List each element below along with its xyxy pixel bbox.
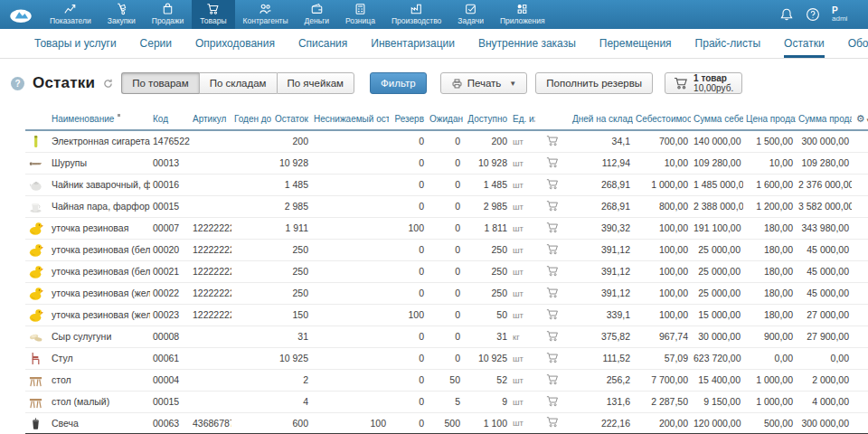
column-header-code[interactable]: Код <box>150 110 190 130</box>
view-tab[interactable]: По ячейкам <box>277 72 354 94</box>
table-row[interactable]: уточка резиновая (белая, большая)0002012… <box>25 239 868 260</box>
topnav-item-goods[interactable]: Товары <box>192 0 234 29</box>
topnav-item-apps[interactable]: Приложения <box>492 0 553 29</box>
table-row[interactable]: стол (малый)000154059шт131,62 287,509 15… <box>25 391 868 412</box>
row-end-spacer <box>852 412 868 434</box>
table-row[interactable]: Чайник заварочный, фарфор000161 485001 4… <box>25 174 868 195</box>
topnav-item-label: Деньги <box>305 16 329 25</box>
section-tabs: Товары и услугиСерииОприходованияСписани… <box>0 29 868 59</box>
subnav-tab[interactable]: Списания <box>287 29 359 58</box>
product-image-cell <box>25 304 49 326</box>
cart-icon[interactable] <box>546 181 559 192</box>
topnav-item-retail[interactable]: Розница <box>337 0 383 29</box>
cell-article <box>190 326 231 347</box>
replenish-reserves-button[interactable]: Пополнить резервы <box>535 72 653 94</box>
column-header-reserve[interactable]: Резерв <box>389 110 427 130</box>
cart-icon[interactable] <box>546 333 559 344</box>
cell-min_stock <box>311 130 389 152</box>
topnav-item-metrics[interactable]: Показатели <box>42 0 99 29</box>
topnav-item-production[interactable]: Производство <box>383 0 449 29</box>
cell-expiry <box>231 260 271 282</box>
topnav-item-contractors[interactable]: Контрагенты <box>235 0 297 29</box>
cell-waiting: 0 <box>427 239 463 260</box>
column-header-name[interactable]: Наименование <box>49 110 150 130</box>
topnav-item-purchases[interactable]: Закупки <box>99 0 144 29</box>
cell-days: 391,12 <box>570 282 633 304</box>
duck-icon <box>28 264 46 279</box>
cart-icon[interactable] <box>546 246 559 257</box>
column-header-price[interactable]: Цена продажи <box>743 110 796 130</box>
cell-cost: 967,74 <box>633 326 691 347</box>
view-tab[interactable]: По складам <box>199 72 277 94</box>
table-row[interactable]: Сыр сулугуни00008310031кг375,82967,7430 … <box>25 326 868 347</box>
subnav-tab[interactable]: Инвентаризации <box>359 29 467 58</box>
cell-min_stock <box>311 217 389 239</box>
table-row[interactable]: уточка резиновая (желтая, маленькая)0002… <box>25 304 868 326</box>
page-help-icon[interactable]: ? <box>11 77 24 90</box>
column-header-expiry[interactable]: Годен до <box>231 110 271 130</box>
table-row[interactable]: Чайная пара, фарфор000152 985002 985шт26… <box>25 195 868 217</box>
subnav-tab[interactable]: Оприходования <box>184 29 287 58</box>
subnav-tab[interactable]: Серии <box>128 29 184 58</box>
cell-price: 1 600,00 <box>743 174 796 195</box>
subnav-tab[interactable]: Прайс-листы <box>684 29 773 58</box>
product-image-cell <box>25 391 49 412</box>
cart-icon[interactable] <box>546 159 559 170</box>
cell-name: Электронная сигарета одноразовая <box>49 130 150 152</box>
subnav-tab[interactable]: Перемещения <box>588 29 684 58</box>
cell-code: 1476522528 <box>150 130 190 152</box>
topnav-item-sales[interactable]: Продажи <box>144 0 193 29</box>
user-account[interactable]: P admi <box>832 5 868 24</box>
table-row[interactable]: Стул0006110 9250010 925шт111,5257,09623 … <box>25 347 868 369</box>
filter-button[interactable]: Фильтр <box>370 72 427 94</box>
cell-sale_sum: 343 980,00 <box>796 217 852 239</box>
subnav-tab[interactable]: Внутренние заказы <box>467 29 588 58</box>
refresh-icon[interactable] <box>103 79 113 89</box>
cart-icon[interactable] <box>546 203 559 213</box>
table-row[interactable]: Свеча00063436867876660010005001 100шт222… <box>25 412 868 434</box>
table-row[interactable]: Шурупы0001310 9280010 928шт112,9410,0010… <box>25 152 868 174</box>
cart-icon[interactable] <box>546 224 559 235</box>
column-header-waiting[interactable]: Ожидание <box>427 110 463 130</box>
column-header-cost[interactable]: Себестоимость <box>633 110 691 130</box>
table-row[interactable]: Электронная сигарета одноразовая14765225… <box>25 130 868 152</box>
cart-icon[interactable] <box>546 419 559 429</box>
table-row[interactable]: уточка резиновая (желтая, большая)000221… <box>25 282 868 304</box>
table-row[interactable]: стол00004205052шт256,27 700,0015 400,001… <box>25 369 868 391</box>
cell-stock: 10 928 <box>271 152 311 174</box>
app-logo[interactable] <box>0 0 42 29</box>
column-header-cost_sum[interactable]: Сумма себестои... <box>691 110 743 130</box>
subnav-tab[interactable]: Обороты <box>836 29 868 58</box>
cart-icon[interactable] <box>546 376 559 387</box>
column-header-days[interactable]: Дней на складе <box>570 110 633 130</box>
cart-icon[interactable] <box>546 289 559 300</box>
print-button[interactable]: Печать ▼ <box>440 72 528 94</box>
column-header-stock[interactable]: Остаток <box>271 110 311 130</box>
cart-icon[interactable] <box>546 354 559 365</box>
cart-icon[interactable] <box>546 311 559 322</box>
cart-summary-button[interactable]: 1 товар 10,00руб. <box>665 72 742 94</box>
cart-icon[interactable] <box>546 268 559 278</box>
table-row[interactable]: уточка резиновая0000712222222221 9111000… <box>25 217 868 239</box>
table-row[interactable]: уточка резиновая (белая, маленькая)00021… <box>25 260 868 282</box>
cart-icon[interactable] <box>546 137 559 148</box>
cart-icon[interactable] <box>546 398 559 409</box>
column-header-unit[interactable]: Ед. изм. <box>510 110 535 130</box>
cell-code: 00023 <box>150 304 190 326</box>
view-tab[interactable]: По товарам <box>121 72 198 94</box>
column-header-label: Сумма продажи <box>798 114 852 124</box>
help-icon[interactable] <box>806 7 820 22</box>
topnav-item-money[interactable]: Деньги <box>297 0 337 29</box>
subnav-tab[interactable]: Остатки <box>772 29 836 58</box>
column-header-sale_sum[interactable]: Сумма продажи <box>796 110 852 130</box>
column-header-label: Наименование <box>52 114 114 124</box>
contractors-icon <box>259 3 272 15</box>
cell-name: стол (малый) <box>49 391 150 412</box>
notifications-bell-icon[interactable] <box>779 7 794 22</box>
topnav-item-tasks[interactable]: Задачи <box>449 0 492 29</box>
column-header-available[interactable]: Доступно <box>463 110 510 130</box>
column-header-min_stock[interactable]: Неснижаемый остаток <box>311 110 389 130</box>
column-header-article[interactable]: Артикул <box>190 110 231 130</box>
column-settings-gear-icon[interactable]: ⚙ ▾ <box>852 110 868 130</box>
subnav-tab[interactable]: Товары и услуги <box>23 29 128 58</box>
